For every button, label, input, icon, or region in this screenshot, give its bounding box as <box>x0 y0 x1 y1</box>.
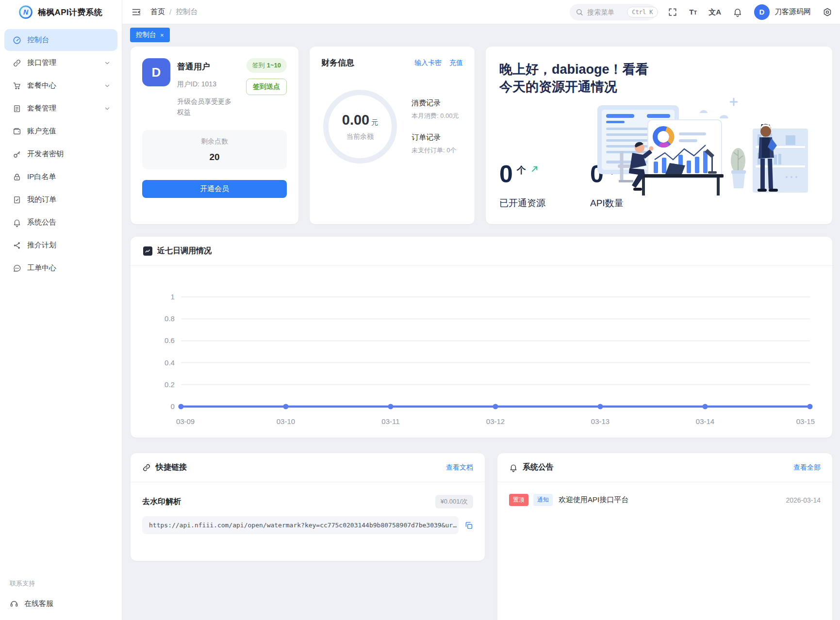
api-price-badge: ¥0.001/次 <box>435 495 473 508</box>
fullscreen-icon[interactable] <box>668 7 677 17</box>
font-size-icon[interactable]: TT <box>689 8 697 16</box>
sidebar-footer: 联系支持 在线客服 <box>0 575 122 614</box>
points-label: 剩余点数 <box>142 137 287 146</box>
bell-icon <box>13 218 21 227</box>
menu-fold-icon[interactable] <box>131 7 142 17</box>
svg-text:1: 1 <box>171 293 175 301</box>
recharge-link[interactable]: 充值 <box>449 59 463 67</box>
announcement-item[interactable]: 置顶 通知 欢迎使用API接口平台 2026-03-14 <box>509 494 821 506</box>
notice-badge: 通知 <box>533 494 553 506</box>
ticket-icon <box>13 264 21 273</box>
breadcrumb-separator: / <box>169 8 171 16</box>
cart-icon <box>13 82 21 90</box>
sidebar-item-ip-whitelist[interactable]: IP白名单 <box>4 166 117 188</box>
sidebar-item-developer-keys[interactable]: 开发者密钥 <box>4 143 117 165</box>
sidebar-item-package-management[interactable]: 套餐管理 <box>4 98 117 119</box>
points-box: 剩余点数 20 <box>142 130 287 169</box>
svg-text:N: N <box>23 8 29 16</box>
trend-up-icon <box>530 164 540 174</box>
calls-chart-card: 近七日调用情况 00.20.40.60.8103-0903-1003-1103-… <box>131 237 832 438</box>
sidebar-item-tickets[interactable]: 工单中心 <box>4 257 117 279</box>
sidebar-item-label: 开发者密钥 <box>27 149 111 159</box>
finance-card: 财务信息 输入卡密 充值 0.00元 当前余额 消费记录 本月消费: 0.0 <box>310 47 475 224</box>
username: 刀客源码网 <box>774 7 811 16</box>
signin-badge: 签到1~10 <box>247 58 287 73</box>
view-all-link[interactable]: 查看全部 <box>793 463 821 472</box>
user-menu[interactable]: D 刀客源码网 <box>754 4 811 20</box>
svg-text:03-12: 03-12 <box>486 417 505 425</box>
order-record-title[interactable]: 订单记录 <box>412 133 459 142</box>
sidebar-item-referral[interactable]: 推介计划 <box>4 234 117 256</box>
sidebar-item-package-center[interactable]: 套餐中心 <box>4 75 117 97</box>
open-membership-button[interactable]: 开通会员 <box>142 180 287 198</box>
search-input[interactable] <box>587 8 623 16</box>
link-icon <box>142 463 151 472</box>
online-support-label: 在线客服 <box>24 599 53 608</box>
chevron-down-icon <box>104 82 111 89</box>
stat-opened-resources: 0 个 已开通资源 <box>499 162 545 210</box>
greeting-text: 晚上好，dabiaoge！看看今天的资源开通情况 <box>499 61 652 96</box>
enter-card-key-link[interactable]: 输入卡密 <box>414 59 442 67</box>
chart-title: 近七日调用情况 <box>157 246 212 256</box>
topbar-tools: Ctrl K TT 文A D 刀客源码网 <box>570 4 832 20</box>
pinned-badge: 置顶 <box>509 494 528 506</box>
tab-dashboard[interactable]: 控制台 × <box>130 28 170 42</box>
view-docs-link[interactable]: 查看文档 <box>446 463 473 472</box>
consume-record-title[interactable]: 消费记录 <box>412 98 459 108</box>
app-title: 楠枫API计费系统 <box>38 7 102 18</box>
stat-label: 已开通资源 <box>499 197 545 210</box>
balance-ring: 0.00元 当前余额 <box>323 90 397 163</box>
quick-links-card: 快捷链接 查看文档 去水印解析 ¥0.001/次 https://api.nfi… <box>131 453 485 561</box>
notification-icon[interactable] <box>733 7 742 17</box>
logo-icon: N <box>18 5 33 19</box>
sidebar-item-label: 接口管理 <box>27 58 98 67</box>
online-support-item[interactable]: 在线客服 <box>0 593 122 614</box>
breadcrumb-home[interactable]: 首页 <box>150 7 165 16</box>
order-icon <box>13 196 21 204</box>
sidebar-item-label: 账户充值 <box>27 127 111 136</box>
breadcrumb-current: 控制台 <box>176 7 198 16</box>
search-icon <box>576 8 583 16</box>
api-url-field[interactable]: https://api.nfiii.com/api/open/watermark… <box>142 516 459 534</box>
close-icon[interactable]: × <box>160 32 164 38</box>
sidebar-item-announcements[interactable]: 系统公告 <box>4 212 117 233</box>
announcement-date: 2026-03-14 <box>786 496 821 504</box>
avatar: D <box>754 4 770 20</box>
call-chart: 00.20.40.60.8103-0903-1003-1103-1203-130… <box>131 266 832 429</box>
sidebar-item-label: 套餐中心 <box>27 81 98 90</box>
api-icon <box>13 59 21 67</box>
sidebar-item-dashboard[interactable]: 控制台 <box>4 29 117 51</box>
sidebar-item-my-orders[interactable]: 我的订单 <box>4 189 117 211</box>
main-content: 控制台 × D 普通用户 用户ID: 1013 升级会员享受更多权益 签到1~1… <box>122 24 840 620</box>
user-card: D 普通用户 用户ID: 1013 升级会员享受更多权益 签到1~10 签到送点… <box>131 47 298 224</box>
balance-value: 0.00 <box>342 112 369 128</box>
finance-title: 财务信息 <box>321 57 354 68</box>
sidebar-menu: 控制台 接口管理 套餐中心 套餐管理 <box>0 24 122 279</box>
logo-row: N 楠枫API计费系统 <box>0 0 122 24</box>
sidebar-item-label: 推介计划 <box>27 241 111 250</box>
sidebar-item-recharge[interactable]: 账户充值 <box>4 120 117 142</box>
signin-button[interactable]: 签到送点 <box>246 79 287 95</box>
sidebar-item-label: 控制台 <box>27 35 111 45</box>
search-box[interactable]: Ctrl K <box>570 4 656 20</box>
svg-text:03-10: 03-10 <box>277 417 295 425</box>
quick-links-title: 快捷链接 <box>156 462 187 473</box>
copy-icon[interactable] <box>464 521 473 530</box>
tab-label: 控制台 <box>136 31 156 39</box>
user-role: 普通用户 <box>177 61 239 72</box>
sidebar-item-api-management[interactable]: 接口管理 <box>4 52 117 74</box>
bell-icon <box>509 463 518 472</box>
svg-text:03-13: 03-13 <box>591 417 609 425</box>
stat-value: 0 <box>499 162 513 186</box>
api-name: 去水印解析 <box>142 497 181 507</box>
consume-record-sub: 本月消费: 0.00元 <box>412 112 459 120</box>
wallet-icon <box>13 127 21 136</box>
translate-icon[interactable]: 文A <box>708 8 721 16</box>
svg-text:03-09: 03-09 <box>176 417 195 425</box>
sidebar-item-label: 系统公告 <box>27 218 111 227</box>
announcements-title: 系统公告 <box>523 462 554 473</box>
settings-icon[interactable] <box>823 7 832 17</box>
breadcrumb: 首页 / 控制台 <box>150 7 198 16</box>
balance-unit: 元 <box>371 118 378 126</box>
dashboard-icon <box>13 36 21 45</box>
